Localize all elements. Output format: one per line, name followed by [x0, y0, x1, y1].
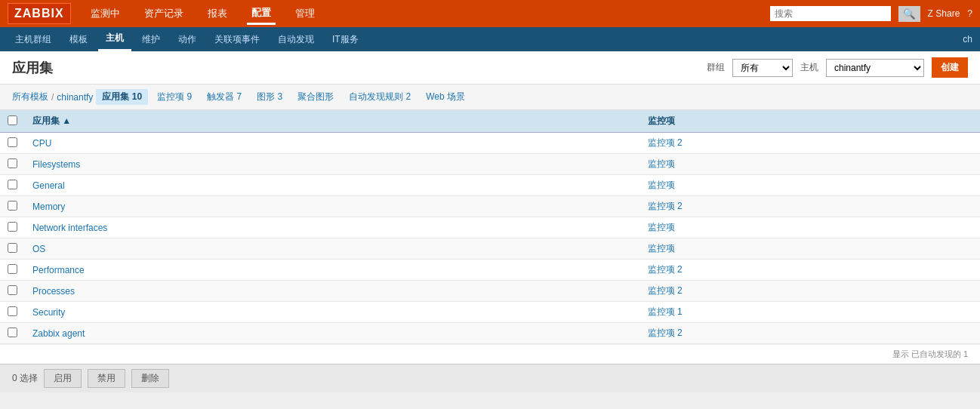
row-name-cell: OS [25, 238, 640, 260]
tab-graphs[interactable]: 图形 3 [251, 89, 288, 105]
header-monitor-label: 监控项 [648, 115, 675, 126]
row-checkbox[interactable] [8, 137, 17, 147]
row-checkbox[interactable] [8, 158, 17, 168]
monitor-link[interactable]: 监控项 [648, 158, 675, 169]
subnav-maintenance[interactable]: 维护 [134, 29, 168, 51]
monitor-link[interactable]: 监控项 2 [648, 328, 683, 338]
app-name-link[interactable]: Zabbix agent [32, 328, 85, 339]
delete-button[interactable]: 删除 [131, 369, 169, 388]
row-checkbox[interactable] [8, 243, 17, 253]
app-name-link[interactable]: Performance [32, 265, 85, 275]
enable-button[interactable]: 启用 [44, 369, 82, 388]
table-row: Filesystems 监控项 [0, 154, 980, 175]
tab-applications[interactable]: 应用集 10 [96, 89, 148, 105]
app-name-link[interactable]: Network interfaces [32, 223, 107, 233]
group-select[interactable]: 所有 [732, 59, 793, 77]
nav-assets[interactable]: 资产记录 [140, 4, 188, 23]
row-name-cell: Performance [25, 260, 640, 281]
breadcrumb-all-templates[interactable]: 所有模板 [12, 91, 48, 103]
help-link[interactable]: ? [967, 8, 972, 19]
select-all-checkbox[interactable] [8, 115, 17, 125]
app-name-link[interactable]: Memory [32, 201, 65, 212]
table-row: Zabbix agent 监控项 2 [0, 323, 980, 344]
table-row: Memory 监控项 2 [0, 196, 980, 217]
header-monitor-col: 监控项 [640, 110, 980, 133]
tab-web-scenarios[interactable]: Web 场景 [420, 89, 471, 105]
app-name-link[interactable]: General [32, 180, 65, 191]
disable-button[interactable]: 禁用 [88, 369, 125, 388]
monitor-link[interactable]: 监控项 [648, 222, 675, 232]
nav-monitor[interactable]: 监测中 [86, 4, 125, 23]
row-checkbox-cell [0, 238, 25, 260]
subnav-discovery[interactable]: 自动发现 [270, 29, 322, 51]
header-name-label: 应用集 ▲ [32, 115, 71, 126]
table-row: General 监控项 [0, 175, 980, 196]
search-icon: 🔍 [903, 8, 916, 20]
row-checkbox-cell [0, 323, 25, 344]
footer-info: 显示 已自动发现的 1 [0, 344, 980, 364]
table-row: Network interfaces 监控项 [0, 217, 980, 238]
nav-reports[interactable]: 报表 [203, 4, 232, 23]
row-checkbox[interactable] [8, 180, 17, 189]
subnav-corr-events[interactable]: 关联项事件 [207, 29, 267, 51]
row-checkbox[interactable] [8, 328, 17, 337]
row-checkbox[interactable] [8, 201, 17, 211]
search-button[interactable]: 🔍 [898, 6, 920, 22]
monitor-link[interactable]: 监控项 [648, 180, 675, 190]
group-label: 群组 [707, 61, 725, 74]
subnav-action[interactable]: 动作 [171, 29, 204, 51]
table-row: Performance 监控项 2 [0, 260, 980, 281]
row-monitor-cell: 监控项 [640, 238, 980, 260]
row-name-cell: Processes [25, 281, 640, 302]
monitor-link[interactable]: 监控项 [648, 243, 675, 254]
tab-discovery-rules[interactable]: 自动发现规则 2 [343, 89, 417, 105]
app-name-link[interactable]: Security [32, 307, 65, 318]
tab-agg-graphs[interactable]: 聚合图形 [291, 89, 340, 105]
row-name-cell: Security [25, 302, 640, 323]
app-name-link[interactable]: OS [32, 244, 45, 254]
breadcrumb-host[interactable]: chinantfy [57, 92, 93, 103]
row-checkbox[interactable] [8, 264, 17, 274]
row-monitor-cell: 监控项 2 [640, 196, 980, 217]
row-checkbox[interactable] [8, 306, 17, 316]
host-select[interactable]: chinantfy [826, 59, 924, 77]
monitor-link[interactable]: 监控项 2 [648, 264, 683, 275]
share-icon: Z [928, 8, 933, 19]
subnav-hostgroup[interactable]: 主机群组 [8, 29, 59, 51]
tab-items[interactable]: 监控项 9 [151, 89, 198, 105]
row-monitor-cell: 监控项 [640, 175, 980, 196]
subnav-template[interactable]: 模板 [62, 29, 95, 51]
nav-admin[interactable]: 管理 [291, 4, 319, 23]
table-header-row: 应用集 ▲ 监控项 [0, 110, 980, 133]
row-monitor-cell: 监控项 1 [640, 302, 980, 323]
nav-config[interactable]: 配置 [247, 3, 276, 25]
host-label: 主机 [800, 61, 818, 74]
page-title: 应用集 [12, 59, 53, 77]
subnav-itservice[interactable]: IT服务 [325, 29, 366, 51]
monitor-link[interactable]: 监控项 1 [648, 306, 683, 317]
app-name-link[interactable]: CPU [32, 138, 51, 149]
subnav-host[interactable]: 主机 [98, 27, 131, 51]
monitor-link[interactable]: 监控项 2 [648, 201, 683, 211]
tab-triggers[interactable]: 触发器 7 [201, 89, 248, 105]
row-checkbox[interactable] [8, 285, 17, 295]
top-nav-right: 🔍 Z Share ? [770, 6, 972, 22]
app-name-link[interactable]: Filesystems [32, 159, 80, 170]
bottom-bar: 0 选择 启用 禁用 删除 [0, 364, 980, 392]
row-checkbox-cell [0, 260, 25, 281]
create-button[interactable]: 创建 [932, 57, 968, 78]
monitor-link[interactable]: 监控项 2 [648, 137, 683, 148]
search-input[interactable] [770, 6, 891, 21]
table-row: Security 监控项 1 [0, 302, 980, 323]
monitor-link[interactable]: 监控项 2 [648, 285, 683, 296]
row-checkbox[interactable] [8, 222, 17, 232]
row-checkbox-cell [0, 133, 25, 154]
page-header: 应用集 群组 所有 主机 chinantfy 创建 [0, 51, 980, 85]
share-link[interactable]: Z Share [928, 8, 960, 19]
app-name-link[interactable]: Processes [32, 286, 75, 297]
row-name-cell: Filesystems [25, 154, 640, 175]
footer-text: 显示 已自动发现的 1 [892, 349, 968, 358]
breadcrumb-separator: / [51, 92, 54, 103]
row-name-cell: General [25, 175, 640, 196]
row-monitor-cell: 监控项 2 [640, 260, 980, 281]
